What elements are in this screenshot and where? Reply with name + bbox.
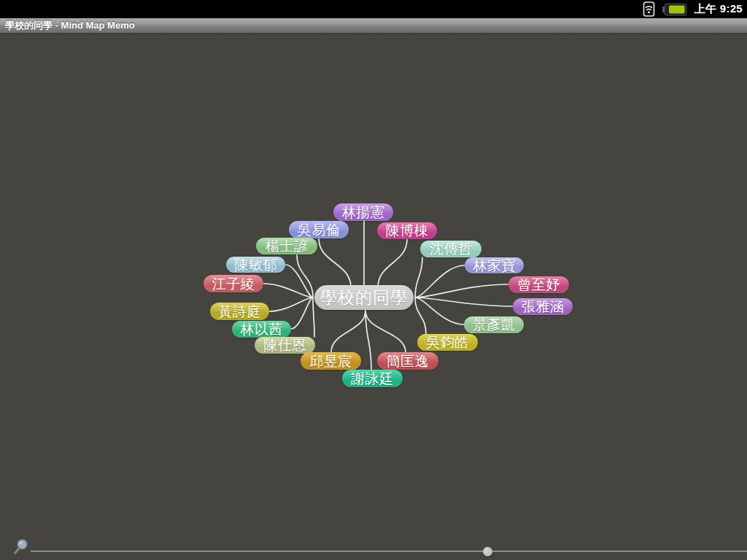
zoom-slider[interactable] [0, 535, 747, 560]
mindmap-node[interactable]: 林以茜 [232, 321, 291, 338]
title-bar: 學校的同學 - Mind Map Memo [0, 18, 747, 34]
mindmap-node[interactable]: 林家寶 [465, 257, 524, 273]
mindmap-node[interactable]: 林揚憲 [333, 203, 393, 221]
zoom-slider-track[interactable] [31, 551, 747, 552]
mindmap-node[interactable]: 黃詩庭 [210, 303, 269, 320]
zoom-slider-thumb[interactable] [483, 547, 492, 556]
window-title: 學校的同學 - Mind Map Memo [5, 19, 135, 32]
magnifier-icon [12, 535, 32, 560]
mindmap-node[interactable]: 陳仕恩 [255, 337, 315, 354]
usb-connection-icon [643, 1, 655, 17]
mindmap-node[interactable]: 簡匡逸 [377, 352, 438, 370]
mindmap-node[interactable]: 吳易倫 [289, 221, 349, 238]
mindmap-node[interactable]: 景彥凱 [464, 316, 524, 333]
mindmap-node[interactable]: 陳博棟 [377, 222, 437, 239]
mindmap-root-node[interactable]: 學校的同學 [314, 285, 414, 310]
clock: 上午 9:25 [694, 2, 743, 16]
mindmap-node[interactable]: 陳敏郁 [226, 257, 285, 273]
mindmap-node[interactable]: 沈傳哲 [420, 241, 481, 257]
mindmap-node[interactable]: 吳鈞皓 [417, 334, 478, 351]
mindmap-node[interactable]: 邱昱宸 [301, 352, 361, 370]
mindmap-node[interactable]: 張雅涵 [513, 298, 573, 315]
mindmap-node[interactable]: 楊士諺 [256, 238, 317, 254]
mindmap-layer: 學校的同學 林揚憲吳易倫陳博棟楊士諺沈傳哲陳敏郁林家寶江子綾曾至妤黃詩庭張雅涵林… [0, 0, 747, 560]
mindmap-node[interactable]: 江子綾 [204, 275, 263, 292]
mindmap-node[interactable]: 謝詠廷 [342, 370, 403, 387]
battery-icon [662, 3, 687, 16]
status-bar: 上午 9:25 [0, 0, 747, 18]
mindmap-node[interactable]: 曾至妤 [508, 276, 569, 293]
